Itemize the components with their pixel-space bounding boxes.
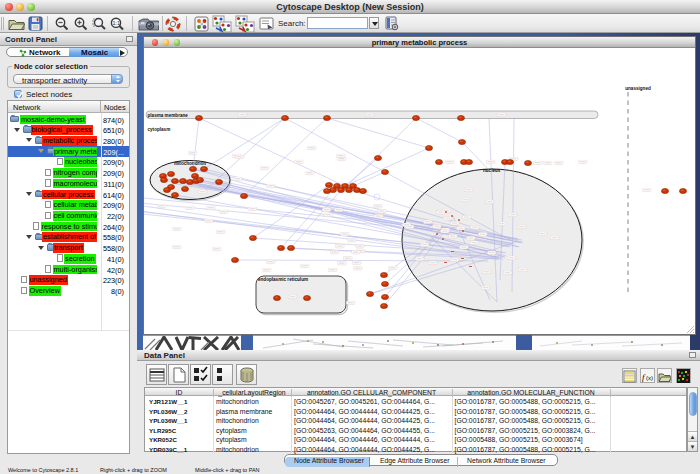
svg-text:cytoplasm: cytoplasm xyxy=(148,127,171,132)
svg-text:(x): (x) xyxy=(646,375,653,381)
svg-text:plasma membrane: plasma membrane xyxy=(148,113,189,118)
svg-text:endoplasmic reticulum: endoplasmic reticulum xyxy=(258,277,308,282)
svg-text:mitochondrion: mitochondrion xyxy=(174,161,206,166)
svg-text:nucleus: nucleus xyxy=(483,168,501,173)
svg-text:1:1: 1:1 xyxy=(113,20,121,26)
svg-text:unassigned: unassigned xyxy=(625,86,651,91)
